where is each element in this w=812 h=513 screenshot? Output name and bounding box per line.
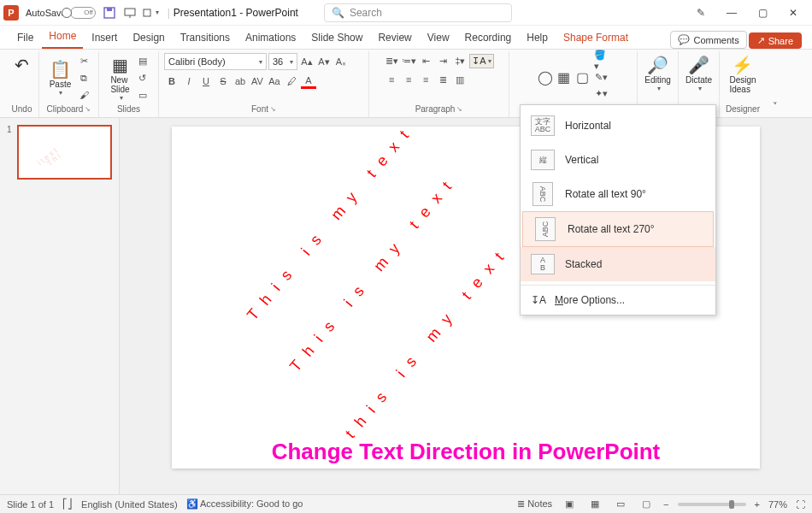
- menu-more-options[interactable]: ↧A More Options...: [521, 289, 715, 311]
- paragraph-dialog-launcher[interactable]: ↘: [456, 105, 462, 113]
- increase-font-button[interactable]: A▴: [299, 54, 315, 69]
- zoom-out-button[interactable]: −: [663, 499, 668, 510]
- comments-button[interactable]: 💬 Comments: [670, 31, 746, 49]
- justify-button[interactable]: ≣: [435, 72, 450, 87]
- font-size-combo[interactable]: 36▾: [268, 53, 297, 70]
- char-spacing-button[interactable]: AV: [250, 74, 265, 89]
- align-right-button[interactable]: ≡: [418, 72, 433, 87]
- zoom-in-button[interactable]: +: [755, 499, 760, 510]
- format-painter-button[interactable]: 🖌: [76, 87, 91, 103]
- group-clipboard: Clipboard: [47, 104, 84, 114]
- autosave-toggle[interactable]: AutoSave Off: [26, 7, 96, 19]
- editing-button[interactable]: 🔎Editing▾: [641, 53, 674, 94]
- tab-design[interactable]: Design: [126, 28, 171, 49]
- paste-button[interactable]: 📋Paste▾: [46, 53, 75, 103]
- normal-view-button[interactable]: ▣: [561, 498, 578, 511]
- shape-fill-button[interactable]: 🪣▾: [594, 53, 609, 68]
- change-case-button[interactable]: Aa: [267, 74, 282, 89]
- accessibility-status[interactable]: ♿ Accessibility: Good to go: [186, 498, 303, 510]
- tab-shape-format[interactable]: Shape Format: [556, 28, 635, 49]
- line-spacing-button[interactable]: ‡▾: [452, 53, 468, 68]
- close-button[interactable]: ✕: [778, 1, 809, 25]
- new-slide-button[interactable]: ▦New Slide▾: [107, 53, 132, 103]
- present-icon[interactable]: [123, 6, 137, 20]
- layout-button[interactable]: ▤: [135, 53, 150, 68]
- cut-button[interactable]: ✂: [76, 53, 91, 68]
- reset-button[interactable]: ↺: [135, 70, 150, 86]
- text-direction-button[interactable]: ↧A▾: [469, 54, 493, 68]
- italic-button[interactable]: I: [181, 74, 197, 89]
- columns-button[interactable]: ▥: [452, 72, 468, 87]
- minimize-button[interactable]: ―: [716, 1, 747, 25]
- tab-transitions[interactable]: Transitions: [174, 28, 237, 49]
- shape-effects-button[interactable]: ✦▾: [594, 86, 609, 101]
- rotated-text-1[interactable]: This is my text: [244, 120, 420, 324]
- decrease-indent-button[interactable]: ⇤: [418, 53, 433, 68]
- bullets-button[interactable]: ≣▾: [384, 53, 399, 68]
- maximize-button[interactable]: ▢: [747, 1, 778, 25]
- bold-button[interactable]: B: [164, 74, 179, 89]
- align-center-button[interactable]: ≡: [401, 72, 416, 87]
- tab-file[interactable]: File: [10, 28, 40, 49]
- zoom-slider[interactable]: [678, 503, 746, 506]
- tab-insert[interactable]: Insert: [85, 28, 124, 49]
- share-button[interactable]: ↗ Share: [749, 32, 802, 49]
- tab-home[interactable]: Home: [42, 27, 83, 49]
- section-button[interactable]: ▭: [135, 87, 150, 103]
- design-ideas-button[interactable]: ⚡Design Ideas: [726, 53, 759, 96]
- undo-button[interactable]: ↶: [11, 53, 32, 77]
- save-icon[interactable]: [103, 6, 116, 20]
- dictate-button[interactable]: 🎤Dictate▾: [682, 53, 715, 94]
- spellcheck-icon[interactable]: ⎡⎦: [62, 498, 73, 510]
- tab-recording[interactable]: Recording: [458, 28, 519, 49]
- notes-button[interactable]: ≣ Notes: [517, 498, 552, 510]
- font-color-button[interactable]: A: [301, 74, 316, 89]
- menu-horizontal[interactable]: 文字ABC Horizontal: [521, 109, 715, 143]
- rotate270-icon: ABC: [535, 217, 556, 241]
- ribbon-tabs: File Home Insert Design Transitions Anim…: [0, 26, 812, 50]
- zoom-percent[interactable]: 77%: [768, 499, 787, 510]
- menu-stacked[interactable]: AB Stacked: [521, 247, 715, 281]
- tab-view[interactable]: View: [421, 28, 456, 49]
- arrange-button[interactable]: ▦: [556, 69, 572, 85]
- menu-rotate-90[interactable]: ABC Rotate all text 90°: [521, 177, 715, 211]
- align-left-button[interactable]: ≡: [384, 72, 399, 87]
- qat-shape-icon[interactable]: ▾: [144, 6, 157, 20]
- group-designer: Designer: [726, 104, 760, 115]
- menu-vertical[interactable]: 縦 Vertical: [521, 143, 715, 177]
- numbering-button[interactable]: ≔▾: [401, 53, 416, 68]
- tab-help[interactable]: Help: [520, 28, 555, 49]
- menu-rotate-270[interactable]: ABC Rotate all text 270°: [522, 211, 714, 247]
- shadow-button[interactable]: ab: [232, 74, 248, 89]
- tab-animations[interactable]: Animations: [238, 28, 303, 49]
- strike-button[interactable]: S: [215, 74, 231, 89]
- slide-counter[interactable]: Slide 1 of 1: [7, 499, 54, 510]
- thumbnail-pane[interactable]: 1 i t e x t T h i: [0, 118, 120, 494]
- increase-indent-button[interactable]: ⇥: [435, 53, 450, 68]
- pen-icon[interactable]: ✎: [685, 1, 716, 25]
- tab-review[interactable]: Review: [371, 28, 418, 49]
- tab-slideshow[interactable]: Slide Show: [304, 28, 369, 49]
- underline-button[interactable]: U: [198, 74, 214, 89]
- autosave-label: AutoSave: [26, 8, 67, 18]
- ribbon: ↶ Undo 📋Paste▾ ✂ ⧉ 🖌 Clipboard ↘ ▦New Sl…: [0, 50, 812, 118]
- font-dialog-launcher[interactable]: ↘: [270, 105, 276, 113]
- quick-styles-button[interactable]: ▢: [575, 69, 591, 85]
- clear-format-button[interactable]: Aₓ: [333, 54, 349, 69]
- language-status[interactable]: English (United States): [81, 499, 178, 510]
- fit-window-button[interactable]: ⛶: [796, 499, 805, 510]
- reading-view-button[interactable]: ▭: [612, 498, 629, 511]
- search-box[interactable]: 🔍 Search: [324, 3, 512, 22]
- shapes-button[interactable]: ◯: [538, 69, 553, 85]
- ribbon-collapse-button[interactable]: ˅: [768, 98, 783, 114]
- decrease-font-button[interactable]: A▾: [316, 54, 332, 69]
- copy-button[interactable]: ⧉: [76, 70, 91, 86]
- shape-outline-button[interactable]: ✎▾: [594, 69, 609, 85]
- slide-thumbnail-1[interactable]: i t e x t T h i: [17, 125, 112, 180]
- highlight-button[interactable]: 🖊: [284, 74, 299, 89]
- text-direction-menu: 文字ABC Horizontal 縦 Vertical ABC Rotate a…: [520, 104, 716, 315]
- sorter-view-button[interactable]: ▦: [586, 498, 603, 511]
- slideshow-view-button[interactable]: ▢: [638, 498, 655, 511]
- font-name-combo[interactable]: Calibri (Body)▾: [164, 53, 267, 70]
- clipboard-dialog-launcher[interactable]: ↘: [85, 105, 91, 113]
